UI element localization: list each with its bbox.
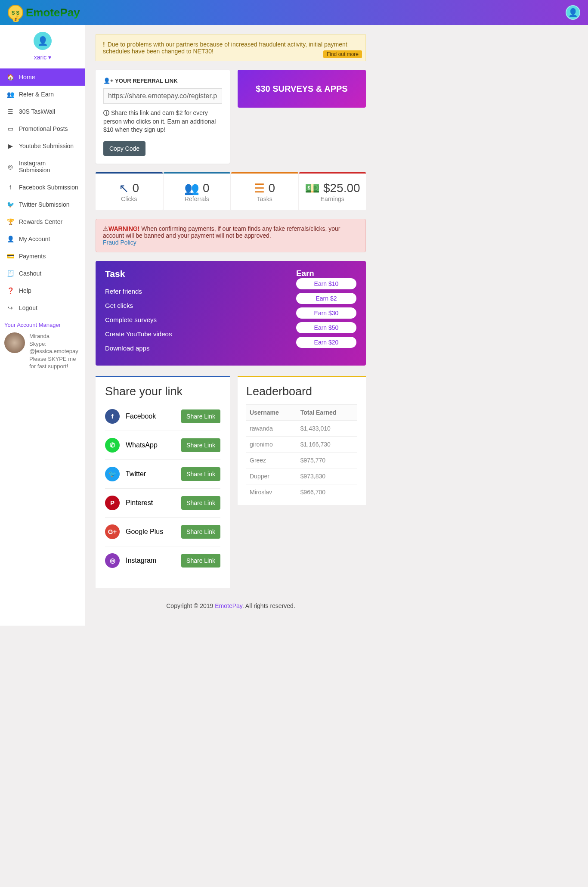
sidebar: 👤 xaric ▾ 🏠Home👥Refer & Earn☰30S TaskWal… bbox=[0, 25, 85, 626]
nav-item-cashout[interactable]: 🧾Cashout bbox=[0, 265, 85, 282]
task-row: Create YouTube videos bbox=[105, 327, 283, 341]
earn-pill[interactable]: Earn $20 bbox=[296, 337, 356, 348]
nav-item-instagram-submission[interactable]: ◎Instagram Submission bbox=[0, 155, 85, 179]
col-total-earned: Total Earned bbox=[297, 404, 357, 420]
task-column: Task Refer friendsGet clicksComplete sur… bbox=[105, 269, 283, 355]
stat-icon: ☰ bbox=[254, 181, 265, 195]
earn-pill[interactable]: Earn $30 bbox=[296, 307, 356, 319]
logo[interactable]: $ $ EmotePay bbox=[8, 5, 80, 20]
share-name: Instagram bbox=[126, 557, 156, 564]
whatsapp-icon: ✆ bbox=[105, 438, 120, 453]
nav-icon: f bbox=[7, 184, 14, 191]
nav-label: Facebook Submission bbox=[19, 184, 78, 191]
share-link-button[interactable]: Share Link bbox=[181, 467, 220, 481]
share-row-instagram: ◎InstagramShare Link bbox=[105, 546, 220, 575]
footer-post: . All rights reserved. bbox=[242, 602, 295, 609]
copy-code-button[interactable]: Copy Code bbox=[103, 141, 145, 156]
sidebar-username[interactable]: xaric ▾ bbox=[34, 54, 52, 61]
nav-icon: ☰ bbox=[7, 108, 14, 115]
earn-column: Earn Earn $10Earn $2Earn $30Earn $50Earn… bbox=[283, 269, 356, 355]
nav-item-facebook-submission[interactable]: fFacebook Submission bbox=[0, 179, 85, 196]
referral-info: ⓘ Share this link and earn $2 for every … bbox=[103, 109, 222, 134]
earn-header: Earn bbox=[296, 269, 356, 278]
leaderboard-row: gironimo$1,166,730 bbox=[246, 436, 357, 452]
nav-item-rewards-center[interactable]: 🏆Rewards Center bbox=[0, 213, 85, 230]
nav-label: Twitter Submission bbox=[19, 201, 69, 208]
stat-icon: 👥 bbox=[184, 181, 199, 195]
footer-brand-link[interactable]: EmotePay bbox=[215, 602, 242, 609]
main-content: !Due to problems with our partners becau… bbox=[85, 25, 376, 626]
referral-url-input[interactable] bbox=[103, 88, 222, 104]
share-link-button[interactable]: Share Link bbox=[181, 409, 220, 423]
task-row: Get clicks bbox=[105, 298, 283, 313]
google-plus-icon: G+ bbox=[105, 524, 120, 539]
manager-message: Please SKYPE me for fast support! bbox=[29, 355, 81, 370]
nav-icon: 🏆 bbox=[7, 218, 14, 225]
nav-item-refer-earn[interactable]: 👥Refer & Earn bbox=[0, 86, 85, 103]
manager-skype-label: Skype: bbox=[29, 340, 81, 348]
share-name: Pinterest bbox=[126, 499, 153, 507]
manager-name: Miranda bbox=[29, 332, 81, 340]
nav-item-my-account[interactable]: 👤My Account bbox=[0, 230, 85, 248]
referral-title: 👤+ YOUR REFERRAL LINK bbox=[103, 78, 222, 84]
nav-item-help[interactable]: ❓Help bbox=[0, 282, 85, 299]
share-link-button[interactable]: Share Link bbox=[181, 554, 220, 568]
stat-earnings: 💵 $25.00Earnings bbox=[299, 172, 366, 210]
leaderboard-row: Dupper$973,830 bbox=[246, 468, 357, 484]
nav-icon: 🐦 bbox=[7, 201, 14, 208]
manager-info: Miranda Skype: @jessica.emotepay Please … bbox=[29, 332, 81, 370]
share-card: Share your link fFacebookShare Link✆What… bbox=[96, 376, 230, 588]
nav-item-home[interactable]: 🏠Home bbox=[0, 68, 85, 86]
stat-icon: 💵 bbox=[305, 181, 320, 195]
leaderboard-card: Leaderboard UsernameTotal Earned rawanda… bbox=[238, 376, 366, 505]
info-icon: ⓘ bbox=[103, 109, 111, 116]
nav-item-payments[interactable]: 💳Payments bbox=[0, 248, 85, 265]
stat-referrals: 👥 0Referrals bbox=[164, 172, 231, 210]
nav-item-youtube-submission[interactable]: ▶Youtube Submission bbox=[0, 137, 85, 155]
logo-coin-icon: $ $ bbox=[8, 5, 23, 20]
nav-label: Instagram Submission bbox=[19, 160, 78, 174]
logo-text: EmotePay bbox=[26, 6, 80, 19]
stat-value: $25.00 bbox=[323, 181, 360, 195]
share-link-button[interactable]: Share Link bbox=[181, 438, 220, 452]
warning-label: WARNING! bbox=[108, 225, 139, 232]
account-manager: Your Account Manager Miranda Skype: @jes… bbox=[0, 316, 85, 375]
nav-icon: 🧾 bbox=[7, 270, 14, 277]
nav-label: Payments bbox=[19, 253, 46, 260]
share-name: Facebook bbox=[126, 412, 156, 420]
nav-icon: ▶ bbox=[7, 143, 14, 149]
referral-card: 👤+ YOUR REFERRAL LINK ⓘ Share this link … bbox=[96, 70, 230, 164]
stat-tasks: ☰ 0Tasks bbox=[231, 172, 298, 210]
lb-total: $975,770 bbox=[297, 452, 357, 468]
share-link-button[interactable]: Share Link bbox=[181, 525, 220, 539]
task-earn-card: Task Refer friendsGet clicksComplete sur… bbox=[96, 261, 366, 366]
nav-icon: ↪ bbox=[7, 304, 14, 311]
warning-icon: ⚠ bbox=[103, 225, 108, 232]
nav-item-twitter-submission[interactable]: 🐦Twitter Submission bbox=[0, 196, 85, 213]
manager-avatar bbox=[4, 332, 25, 353]
fraud-policy-link[interactable]: Fraud Policy bbox=[103, 239, 136, 246]
earn-pill[interactable]: Earn $10 bbox=[296, 278, 356, 289]
share-row-google-plus: G+Google PlusShare Link bbox=[105, 517, 220, 546]
stat-value: 0 bbox=[268, 181, 275, 195]
lb-total: $1,433,010 bbox=[297, 420, 357, 436]
nav-item-30s-taskwall[interactable]: ☰30S TaskWall bbox=[0, 103, 85, 120]
stat-icon: ↖ bbox=[119, 181, 129, 195]
share-link-button[interactable]: Share Link bbox=[181, 496, 220, 510]
promo-banner[interactable]: $30 SURVEYS & APPS bbox=[238, 70, 366, 108]
referral-info-text: Share this link and earn $2 for every pe… bbox=[103, 109, 216, 133]
nav-item-logout[interactable]: ↪Logout bbox=[0, 299, 85, 316]
facebook-icon: f bbox=[105, 409, 120, 424]
nav-icon: 👥 bbox=[7, 91, 14, 98]
find-out-more-button[interactable]: Find out more bbox=[323, 50, 362, 58]
sidebar-avatar[interactable]: 👤 bbox=[34, 32, 52, 50]
lb-total: $966,700 bbox=[297, 484, 357, 500]
nav-label: Home bbox=[19, 74, 35, 81]
earn-pill[interactable]: Earn $2 bbox=[296, 293, 356, 304]
earn-pill[interactable]: Earn $50 bbox=[296, 322, 356, 333]
top-avatar[interactable]: 👤 bbox=[566, 5, 580, 20]
nav-item-promotional-posts[interactable]: ▭Promotional Posts bbox=[0, 120, 85, 137]
account-manager-title: Your Account Manager bbox=[4, 322, 81, 328]
stat-clicks: ↖ 0Clicks bbox=[96, 172, 163, 210]
share-name: Google Plus bbox=[126, 528, 163, 536]
